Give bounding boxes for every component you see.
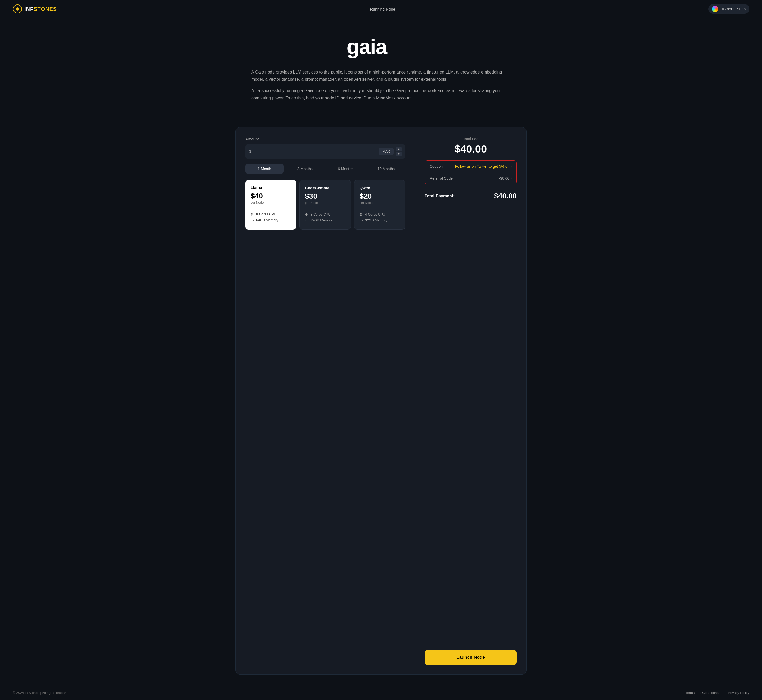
coupon-label: Coupon:	[430, 164, 444, 169]
chevron-right-icon-2: ›	[510, 176, 512, 180]
amount-stepper: ▲ ▼	[396, 147, 402, 156]
footer-links: Terms and Conditions | Privacy Policy	[685, 691, 749, 695]
description-p1: A Gaia node provides LLM services to the…	[251, 69, 511, 83]
node-card-codegemma[interactable]: CodeGemma $30 per Node ⚙ 8 Cores CPU ▭ 3…	[299, 180, 350, 230]
header: INFSTONES Running Node 0×785D...4C8b	[0, 0, 762, 18]
node-name-llama: Llama	[250, 185, 291, 190]
amount-input-row: 1 MAX ▲ ▼	[245, 144, 405, 159]
amount-label: Amount	[245, 137, 405, 141]
node-name-codegemma: CodeGemma	[305, 186, 345, 190]
total-payment-amount: $40.00	[494, 192, 517, 200]
node-spec-cpu-llama: ⚙ 8 Cores CPU	[250, 212, 291, 216]
total-fee-label: Total Fee	[425, 137, 517, 141]
memory-icon-3: ▭	[360, 218, 363, 222]
left-panel: Amount 1 MAX ▲ ▼ 1 Month 3 Months 6 Mont…	[236, 127, 415, 674]
cpu-icon-2: ⚙	[305, 212, 308, 217]
memory-icon: ▭	[250, 218, 254, 222]
node-price-qwen: $20	[360, 192, 400, 200]
node-per-qwen: per Node	[360, 201, 400, 208]
total-fee-section: Total Fee $40.00	[425, 137, 517, 155]
footer: © 2024 InfStones | All rights reserved T…	[0, 685, 762, 700]
cpu-icon-3: ⚙	[360, 212, 363, 217]
gaia-svg-logo: gaia	[347, 34, 415, 58]
node-cards: Llama $40 per Node ⚙ 8 Cores CPU ▭ 64GB …	[245, 180, 405, 230]
wallet-badge[interactable]: 0×785D...4C8b	[708, 4, 749, 14]
coupon-action[interactable]: Follow us on Twitter to get 5% off ›	[455, 164, 512, 169]
description-p2: After successfully running a Gaia node o…	[251, 87, 511, 101]
term-tab-6months[interactable]: 6 Months	[327, 164, 365, 173]
coupon-row: Coupon: Follow us on Twitter to get 5% o…	[425, 161, 516, 172]
svg-point-1	[16, 8, 19, 10]
node-spec-mem-codegemma: ▭ 32GB Memory	[305, 218, 345, 222]
term-tab-1month[interactable]: 1 Month	[245, 164, 284, 173]
privacy-link[interactable]: Privacy Policy	[728, 691, 749, 695]
main-content: Amount 1 MAX ▲ ▼ 1 Month 3 Months 6 Mont…	[0, 116, 762, 685]
right-panel: Total Fee $40.00 Coupon: Follow us on Tw…	[415, 127, 526, 674]
gaia-logo: gaia	[347, 34, 415, 58]
svg-text:gaia: gaia	[347, 35, 388, 58]
footer-divider: |	[723, 691, 724, 695]
chevron-right-icon: ›	[510, 164, 512, 169]
terms-link[interactable]: Terms and Conditions	[685, 691, 718, 695]
stepper-down-button[interactable]: ▼	[396, 152, 402, 156]
node-spec-cpu-codegemma: ⚙ 8 Cores CPU	[305, 212, 345, 217]
term-tab-3months[interactable]: 3 Months	[286, 164, 324, 173]
referral-row: Referral Code: -$0.00 ›	[425, 172, 516, 184]
hero-section: gaia A Gaia node provides LLM services t…	[0, 18, 762, 116]
description-block: A Gaia node provides LLM services to the…	[251, 69, 511, 106]
node-spec-mem-llama: ▭ 64GB Memory	[250, 218, 291, 222]
node-name-qwen: Qwen	[360, 186, 400, 190]
logo[interactable]: INFSTONES	[13, 4, 57, 14]
total-payment-row: Total Payment: $40.00	[425, 190, 517, 202]
stepper-up-button[interactable]: ▲	[396, 147, 402, 151]
node-card-llama[interactable]: Llama $40 per Node ⚙ 8 Cores CPU ▭ 64GB …	[245, 180, 296, 230]
total-fee-amount: $40.00	[425, 143, 517, 155]
node-spec-mem-qwen: ▭ 32GB Memory	[360, 218, 400, 222]
discount-box: Coupon: Follow us on Twitter to get 5% o…	[425, 160, 517, 184]
term-tabs: 1 Month 3 Months 6 Months 12 Months	[245, 164, 405, 173]
term-tab-12months[interactable]: 12 Months	[367, 164, 405, 173]
memory-icon-2: ▭	[305, 218, 308, 222]
node-per-codegemma: per Node	[305, 201, 345, 208]
pricing-container: Amount 1 MAX ▲ ▼ 1 Month 3 Months 6 Mont…	[235, 127, 527, 675]
referral-value[interactable]: -$0.00 ›	[499, 176, 512, 180]
node-per-llama: per Node	[250, 201, 291, 208]
infstones-logo-icon	[13, 4, 22, 14]
nav-running-node[interactable]: Running Node	[370, 7, 395, 11]
node-card-qwen[interactable]: Qwen $20 per Node ⚙ 4 Cores CPU ▭ 32GB M…	[354, 180, 405, 230]
logo-text: INFSTONES	[24, 6, 57, 12]
node-price-codegemma: $30	[305, 192, 345, 200]
node-spec-cpu-qwen: ⚙ 4 Cores CPU	[360, 212, 400, 217]
wallet-avatar-icon	[712, 6, 718, 12]
wallet-address: 0×785D...4C8b	[720, 7, 746, 11]
launch-node-button[interactable]: Launch Node	[425, 650, 517, 665]
footer-copyright: © 2024 InfStones | All rights reserved	[13, 691, 70, 695]
referral-label: Referral Code:	[430, 176, 454, 180]
node-price-llama: $40	[250, 192, 291, 200]
cpu-icon: ⚙	[250, 212, 254, 216]
total-payment-label: Total Payment:	[425, 194, 455, 198]
amount-value: 1	[249, 149, 379, 154]
max-button[interactable]: MAX	[379, 148, 394, 155]
